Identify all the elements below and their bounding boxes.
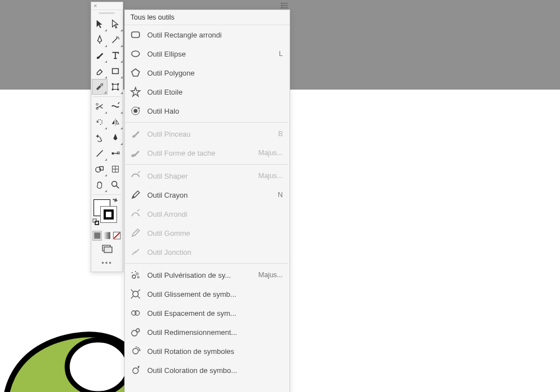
svg-rect-34 bbox=[104, 247, 112, 253]
tool-item-shortcut: B bbox=[275, 130, 283, 138]
svg-rect-11 bbox=[118, 83, 119, 85]
eraser-tool[interactable] bbox=[92, 63, 108, 79]
color-mode-solid[interactable] bbox=[92, 231, 102, 241]
tool-item-label: Outil Pinceau bbox=[147, 130, 269, 138]
tool-item-ellipse[interactable]: Outil EllipseL bbox=[125, 44, 288, 63]
stroke-swatch[interactable] bbox=[100, 206, 117, 223]
toolbox-grip[interactable] bbox=[91, 10, 123, 16]
sym-spin-icon bbox=[129, 345, 142, 357]
svg-rect-30 bbox=[104, 232, 110, 239]
all-tools-list[interactable]: Outil Rectangle arrondiOutil EllipseLOut… bbox=[125, 25, 290, 392]
sym-scrunch-icon bbox=[129, 307, 142, 319]
svg-point-0 bbox=[67, 340, 129, 392]
svg-line-26 bbox=[116, 186, 119, 189]
svg-rect-12 bbox=[112, 89, 114, 91]
polygon-icon bbox=[129, 67, 142, 79]
mesh-tool[interactable] bbox=[108, 161, 123, 177]
tool-item-label: Outil Coloration de symbo... bbox=[147, 366, 269, 375]
edit-toolbar-button[interactable]: ••• bbox=[91, 255, 123, 272]
svg-rect-29 bbox=[94, 232, 100, 239]
rotate-tool[interactable] bbox=[92, 114, 108, 130]
tool-item-shaper: Outil ShaperMajus... bbox=[125, 166, 288, 185]
pen-alt-tool[interactable] bbox=[108, 130, 123, 146]
color-swatch-block bbox=[91, 196, 123, 230]
rounded-rect-icon bbox=[129, 29, 142, 41]
all-tools-panel: Tous les outils Outil Rectangle arrondiO… bbox=[124, 10, 290, 392]
tool-item-blob-brush: Outil Forme de tacheMajus... bbox=[125, 143, 288, 162]
sym-stain-icon bbox=[129, 364, 142, 376]
tool-item-label: Outil Arrondi bbox=[147, 210, 269, 218]
tool-item-eraser: Outil Gomme bbox=[125, 223, 288, 242]
color-mode-none[interactable] bbox=[112, 231, 122, 241]
anchor-add-tool[interactable] bbox=[92, 130, 108, 146]
svg-point-6 bbox=[281, 7, 282, 8]
free-transform-tool[interactable] bbox=[108, 79, 123, 95]
width-tool[interactable] bbox=[108, 99, 123, 114]
svg-point-4 bbox=[281, 3, 282, 4]
sym-size-icon bbox=[129, 326, 142, 338]
tool-item-label: Outil Jonction bbox=[147, 248, 269, 256]
tool-item-label: Outil Rotation de symboles bbox=[147, 347, 269, 356]
star-icon bbox=[129, 86, 142, 98]
reflect-tool[interactable] bbox=[108, 114, 123, 130]
tool-item-flare[interactable]: Outil Halo bbox=[125, 101, 288, 120]
zoom-tool[interactable] bbox=[108, 177, 123, 193]
tool-item-label: Outil Glissement de symb... bbox=[147, 290, 269, 298]
tool-item-brush: Outil PinceauB bbox=[125, 124, 288, 143]
tool-item-star[interactable]: Outil Etoile bbox=[125, 82, 288, 101]
svg-rect-17 bbox=[112, 152, 114, 155]
tool-item-rounded-rect[interactable]: Outil Rectangle arrondi bbox=[125, 25, 288, 44]
svg-rect-28 bbox=[95, 221, 99, 225]
svg-rect-10 bbox=[112, 83, 114, 85]
tool-item-sym-scrunch[interactable]: Outil Espacement de sym... bbox=[125, 304, 288, 323]
toolbox-panel: × bbox=[91, 2, 123, 272]
tool-item-pencil[interactable]: Outil CrayonN bbox=[125, 185, 288, 204]
blend-tool[interactable] bbox=[92, 161, 108, 177]
tool-item-sym-spray[interactable]: Outil Pulvérisation de sy...Majus... bbox=[125, 265, 288, 284]
default-fill-stroke-icon[interactable] bbox=[92, 218, 99, 225]
panel-menu-icon[interactable] bbox=[281, 2, 289, 10]
toolbox-separator bbox=[93, 96, 121, 97]
brush-icon bbox=[129, 128, 142, 140]
tool-item-sym-size[interactable]: Outil Redimensionnement... bbox=[125, 323, 288, 342]
join-icon bbox=[129, 246, 142, 258]
hand-tool[interactable] bbox=[92, 177, 108, 193]
tool-item-shortcut: L bbox=[275, 50, 283, 58]
screen-mode-button[interactable] bbox=[91, 242, 123, 255]
selection-tool[interactable] bbox=[92, 16, 108, 32]
brush-tool[interactable] bbox=[92, 48, 108, 63]
pen-tool[interactable] bbox=[92, 32, 108, 48]
tool-item-polygon[interactable]: Outil Polygone bbox=[125, 63, 288, 82]
sym-spray-icon bbox=[129, 269, 142, 281]
scissors-tool[interactable] bbox=[92, 99, 108, 114]
tool-item-label: Outil Ellipse bbox=[147, 50, 269, 58]
svg-point-25 bbox=[112, 181, 117, 186]
magic-wand-tool[interactable] bbox=[108, 32, 123, 48]
rectangle-tool[interactable] bbox=[108, 63, 123, 79]
ellipse-icon bbox=[129, 48, 142, 60]
tool-item-label: Outil Redimensionnement... bbox=[147, 328, 269, 337]
shape-builder-tool[interactable] bbox=[92, 79, 108, 95]
tool-item-sym-spin[interactable]: Outil Rotation de symboles bbox=[125, 342, 288, 361]
eraser-icon bbox=[129, 227, 142, 239]
shaper-icon bbox=[129, 170, 142, 182]
toolbox-separator-2 bbox=[93, 194, 121, 195]
svg-rect-13 bbox=[118, 89, 119, 91]
tool-item-label: Outil Gomme bbox=[147, 229, 269, 237]
toolbox-close-button[interactable]: × bbox=[91, 2, 123, 10]
direct-selection-tool[interactable] bbox=[108, 16, 123, 32]
swap-fill-stroke-icon[interactable] bbox=[111, 197, 118, 204]
flare-icon bbox=[129, 105, 142, 117]
tool-item-sym-stain[interactable]: Outil Coloration de symbo... bbox=[125, 361, 288, 380]
tool-item-label: Outil Rectangle arrondi bbox=[147, 31, 269, 39]
svg-point-5 bbox=[281, 5, 282, 6]
tool-item-label: Outil Espacement de sym... bbox=[147, 309, 269, 318]
anchor-point-tool[interactable] bbox=[108, 146, 123, 161]
tool-item-sym-shift[interactable]: Outil Glissement de symb... bbox=[125, 284, 288, 304]
tool-item-shortcut: Majus... bbox=[258, 271, 283, 279]
line-tool[interactable] bbox=[92, 146, 108, 161]
tool-item-label: Outil Forme de tache bbox=[147, 149, 253, 157]
type-tool[interactable] bbox=[108, 48, 123, 63]
tool-item-label: Outil Crayon bbox=[147, 191, 269, 199]
color-mode-gradient[interactable] bbox=[102, 231, 111, 241]
